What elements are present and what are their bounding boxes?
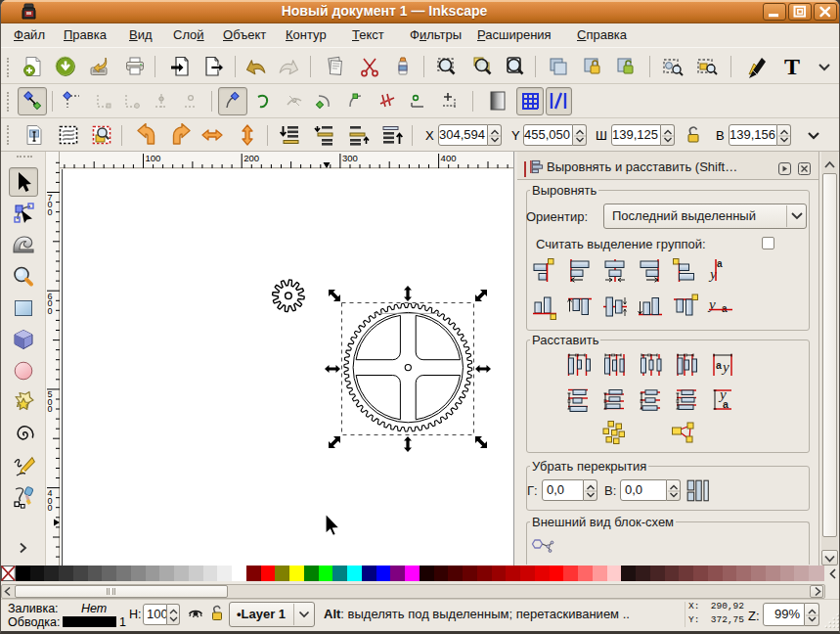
svg-text:y: y bbox=[721, 359, 729, 375]
svg-text:200: 200 bbox=[243, 153, 259, 163]
svg-text:300: 300 bbox=[342, 153, 358, 163]
svg-text:T: T bbox=[784, 55, 800, 78]
svg-text:0: 0 bbox=[48, 207, 53, 217]
svg-text:400: 400 bbox=[441, 153, 457, 163]
svg-text:a: a bbox=[716, 359, 722, 371]
svg-text:100: 100 bbox=[146, 153, 161, 163]
svg-text:a: a bbox=[722, 303, 728, 314]
svg-text:a: a bbox=[717, 258, 723, 269]
svg-text:0: 0 bbox=[48, 503, 53, 513]
svg-text:0: 0 bbox=[48, 404, 53, 414]
svg-text:a: a bbox=[723, 398, 729, 410]
svg-text:0: 0 bbox=[48, 306, 53, 316]
